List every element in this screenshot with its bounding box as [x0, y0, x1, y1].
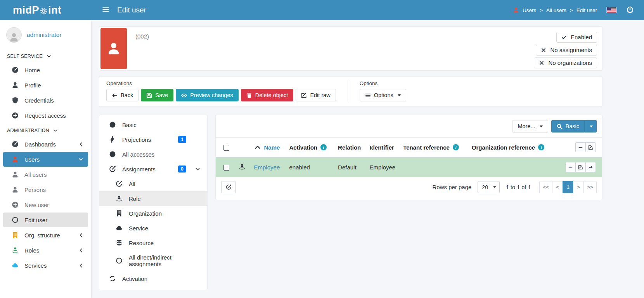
recycle-icon — [109, 275, 116, 282]
sidebar-item-label: Roles — [24, 247, 73, 254]
breadcrumb-users[interactable]: Users — [523, 7, 536, 13]
sidebar-item-new-user[interactable]: New user — [3, 197, 88, 212]
menu-item-assignments-all[interactable]: All — [99, 176, 207, 191]
status-badge-enabled: Enabled — [556, 32, 597, 43]
edit-icon — [578, 165, 583, 170]
column-header-identifier: Identifier — [365, 138, 399, 157]
hamburger-icon — [365, 92, 371, 98]
edit-columns-button[interactable] — [585, 142, 596, 152]
sidebar-item-all-users[interactable]: All users — [3, 167, 88, 182]
basic-search-button[interactable]: Basic — [551, 120, 585, 132]
sidebar-item-persons[interactable]: Persons — [3, 182, 88, 197]
menu-item-assignments-organization[interactable]: Organization — [99, 206, 207, 221]
menu-item-label: Role — [129, 195, 200, 202]
locale-flag-us[interactable] — [606, 7, 617, 13]
menu-item-projections[interactable]: Projections 1 — [99, 132, 207, 147]
sidebar-item-label: Persons — [24, 186, 83, 193]
info-icon[interactable] — [320, 144, 327, 150]
sidebar-username-link[interactable]: administrator — [27, 31, 62, 38]
info-icon[interactable] — [453, 144, 459, 150]
info-icon[interactable] — [538, 144, 544, 150]
menu-item-assignments-resource[interactable]: Resource — [99, 235, 207, 250]
row-name-link[interactable]: Employee — [254, 164, 280, 171]
menu-item-assignments-service[interactable]: Service — [99, 221, 207, 235]
sidebar-item-org-structure[interactable]: Org. structure — [3, 228, 88, 242]
chevron-down-icon — [78, 157, 83, 162]
next-page-button[interactable]: > — [573, 181, 584, 193]
sidebar-item-home[interactable]: Home — [3, 63, 88, 77]
menu-item-assignments[interactable]: Assignments 0 — [99, 162, 207, 176]
edit-raw-button[interactable]: Edit raw — [296, 89, 336, 101]
sidebar-item-edit-user[interactable]: Edit user — [3, 213, 88, 227]
menu-item-assignments-role[interactable]: Role — [99, 191, 207, 206]
chevron-down-icon — [195, 167, 200, 172]
vertical-divider — [348, 80, 348, 101]
preview-changes-button[interactable]: Preview changes — [176, 89, 238, 101]
page-size-select[interactable]: 20 — [478, 181, 500, 193]
row-relation: Default — [334, 157, 365, 177]
eye-icon — [181, 92, 187, 98]
search-mode-caret-button[interactable] — [585, 120, 597, 132]
sidebar-item-services[interactable]: Services — [3, 258, 88, 273]
sidebar-item-request-access[interactable]: Request access — [3, 108, 88, 123]
column-header-activation: Activation — [289, 144, 317, 151]
search-icon — [557, 124, 563, 129]
menu-item-basic[interactable]: Basic — [99, 117, 207, 132]
breadcrumb-separator: > — [540, 7, 543, 13]
sort-by-name-header[interactable]: Name — [254, 144, 282, 151]
assignment-icon — [109, 166, 116, 173]
sidebar-item-users[interactable]: Users — [3, 152, 88, 167]
previous-page-button[interactable]: < — [552, 181, 563, 193]
last-page-button[interactable]: >> — [583, 181, 597, 193]
row-identifier: Employee — [365, 157, 399, 177]
sidebar-item-profile[interactable]: Profile — [3, 78, 88, 92]
menu-item-all-accesses[interactable]: All accesses — [99, 147, 207, 162]
new-assignment-button[interactable] — [221, 181, 236, 193]
top-bar: midP int Edit user Users > All users > E… — [0, 0, 644, 20]
first-page-button[interactable]: << — [539, 181, 552, 193]
menu-item-label: Resource — [129, 240, 200, 246]
save-button[interactable]: Save — [141, 89, 173, 101]
more-filters-button[interactable]: More... — [512, 120, 548, 132]
delete-object-button[interactable]: Delete object — [241, 89, 294, 101]
power-icon — [626, 6, 634, 14]
menu-item-label: All accesses — [122, 151, 200, 158]
sidebar-toggle-button[interactable] — [102, 6, 109, 14]
row-edit-button[interactable] — [575, 162, 586, 172]
button-label: More... — [518, 123, 535, 129]
back-button[interactable]: Back — [106, 89, 138, 101]
section-label: SELF SERVICE — [7, 54, 43, 59]
minus-icon — [568, 165, 573, 170]
page-1-button[interactable]: 1 — [563, 181, 573, 193]
breadcrumb-all-users[interactable]: All users — [546, 7, 566, 13]
row-collapse-button[interactable] — [565, 162, 576, 172]
logout-button[interactable] — [626, 6, 634, 15]
collapse-all-button[interactable] — [575, 142, 586, 152]
plus-circle-icon — [12, 201, 19, 208]
role-icon — [239, 163, 246, 170]
row-share-button[interactable] — [585, 162, 596, 172]
menu-item-label: Organization — [129, 210, 200, 217]
sidebar-item-dashboards[interactable]: Dashboards — [3, 137, 88, 152]
user-icon — [12, 82, 19, 89]
minus-icon — [578, 145, 583, 150]
user-icon — [513, 7, 519, 13]
brand-logo[interactable]: midP int — [0, 4, 91, 16]
sidebar-item-roles[interactable]: Roles — [3, 243, 88, 258]
button-label: Delete object — [255, 92, 288, 98]
menu-item-activation[interactable]: Activation — [99, 271, 207, 286]
gear-icon — [40, 7, 48, 15]
sidebar-item-label: New user — [24, 202, 83, 208]
options-dropdown-button[interactable]: Options — [360, 89, 406, 101]
row-checkbox[interactable] — [223, 165, 229, 171]
menu-item-all-direct-indirect[interactable]: All direct/indirect assignments — [99, 250, 207, 271]
chevron-down-icon — [47, 54, 51, 59]
role-icon — [116, 195, 123, 202]
sidebar-section-self-service[interactable]: SELF SERVICE — [0, 49, 91, 62]
select-all-checkbox[interactable] — [223, 145, 229, 151]
sidebar-item-credentials[interactable]: Credentials — [3, 93, 88, 108]
sidebar-section-administration[interactable]: ADMINISTRATION — [0, 123, 91, 136]
button-label: Save — [155, 92, 168, 98]
badge-label: No assignments — [550, 47, 592, 53]
cloud-icon — [12, 262, 19, 269]
